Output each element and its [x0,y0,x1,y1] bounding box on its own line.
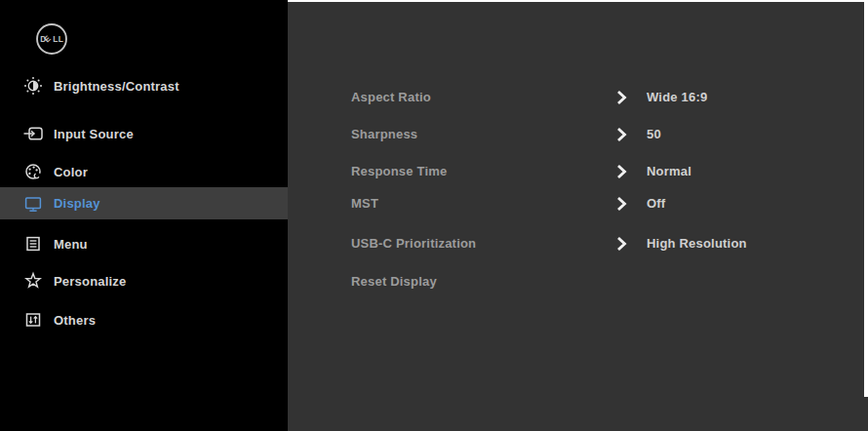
sidebar-item-label: Brightness/Contrast [54,79,179,94]
sidebar-item-input-source[interactable]: Input Source [0,118,288,149]
setting-label: USB-C Prioritization [351,234,476,254]
sidebar-item-label: Others [54,313,96,328]
setting-row-aspect-ratio[interactable]: Aspect Ratio Wide 16:9 [288,88,868,107]
setting-row-mst[interactable]: MST Off [288,194,868,214]
chevron-right-icon[interactable] [616,237,627,251]
chevron-right-icon[interactable] [616,165,627,178]
svg-text:L: L [59,34,63,44]
input-source-icon [23,124,43,143]
sidebar-item-label: Personalize [54,274,126,289]
display-settings-panel: Aspect Ratio Wide 16:9 Sharpness 50 Resp… [288,0,868,431]
svg-text:L: L [53,34,58,44]
others-icon [23,310,43,330]
display-monitor-icon [23,194,43,214]
setting-label: MST [351,194,378,214]
setting-row-response-time[interactable]: Response Time Normal [288,162,868,181]
star-icon [23,271,43,291]
setting-value: 50 [647,125,661,144]
color-palette-icon [23,162,43,181]
setting-value: Off [647,194,665,214]
chevron-right-icon[interactable] [616,197,627,211]
dell-osd-menu: D E L L Brightness/ [0,0,868,431]
white-border-top [288,0,864,2]
sidebar: D E L L Brightness/ [0,0,288,431]
sidebar-item-label: Menu [54,237,88,252]
setting-label: Aspect Ratio [351,88,431,107]
setting-value: Wide 16:9 [647,88,707,107]
sidebar-item-label: Display [54,196,100,211]
sidebar-item-display[interactable]: Display [0,187,288,219]
chevron-right-icon[interactable] [616,128,627,141]
menu-icon [23,234,43,254]
setting-label: Sharpness [351,125,417,144]
sidebar-item-personalize[interactable]: Personalize [0,265,288,296]
setting-row-usbc-prioritization[interactable]: USB-C Prioritization High Resolution [288,234,868,254]
setting-label: Reset Display [351,272,437,292]
sidebar-item-others[interactable]: Others [0,304,288,335]
chevron-right-icon[interactable] [616,91,627,104]
dell-logo: D E L L [35,22,68,56]
setting-row-reset-display[interactable]: Reset Display [288,272,868,292]
sidebar-item-label: Input Source [54,127,134,141]
setting-row-sharpness[interactable]: Sharpness 50 [288,125,868,144]
sidebar-item-color[interactable]: Color [0,156,288,187]
sidebar-item-menu[interactable]: Menu [0,228,288,259]
setting-value: Normal [647,162,691,181]
white-border-right [864,0,868,397]
brightness-contrast-icon [23,76,43,96]
setting-label: Response Time [351,162,447,181]
sidebar-item-brightness-contrast[interactable]: Brightness/Contrast [0,70,288,101]
setting-value: High Resolution [647,234,747,254]
sidebar-item-label: Color [54,165,88,179]
